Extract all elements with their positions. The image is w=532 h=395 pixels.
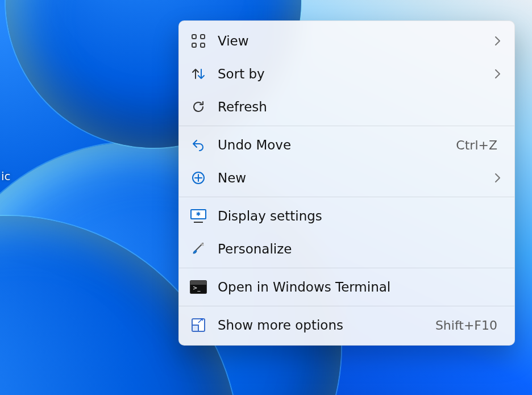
expand-icon: ↗ <box>189 318 207 332</box>
menu-item-undo-move[interactable]: Undo Move Ctrl+Z <box>179 128 514 161</box>
menu-item-label: Refresh <box>218 99 503 114</box>
sort-updown-icon <box>189 66 207 81</box>
menu-item-label: Personalize <box>218 242 503 256</box>
menu-item-accelerator: Shift+F10 <box>435 318 497 332</box>
desktop-context-menu: View Sort by Refresh <box>178 20 515 346</box>
chevron-right-icon <box>493 173 503 183</box>
menu-item-view[interactable]: View <box>179 24 514 57</box>
menu-item-label: Show more options <box>218 318 435 332</box>
chevron-right-icon <box>493 36 503 46</box>
terminal-icon: >_ <box>189 280 207 294</box>
menu-item-label: New <box>218 171 493 185</box>
plus-circle-icon <box>189 171 207 185</box>
menu-separator <box>179 197 514 197</box>
menu-item-label: Display settings <box>218 209 503 223</box>
undo-icon <box>189 138 207 152</box>
menu-item-display-settings[interactable]: ✱ Display settings <box>179 199 514 232</box>
view-grid-icon <box>189 34 207 48</box>
menu-item-accelerator: Ctrl+Z <box>456 138 497 152</box>
menu-item-new[interactable]: New <box>179 161 514 194</box>
display-settings-icon: ✱ <box>189 209 207 223</box>
menu-separator <box>179 306 514 306</box>
refresh-icon <box>189 99 207 114</box>
menu-item-personalize[interactable]: Personalize <box>179 232 514 265</box>
menu-item-open-terminal[interactable]: >_ Open in Windows Terminal <box>179 271 514 303</box>
chevron-right-icon <box>493 69 503 79</box>
menu-item-refresh[interactable]: Refresh <box>179 90 514 123</box>
menu-separator <box>179 268 514 268</box>
menu-item-sort-by[interactable]: Sort by <box>179 57 514 90</box>
menu-item-show-more-options[interactable]: ↗ Show more options Shift+F10 <box>179 309 514 342</box>
menu-item-label: Sort by <box>218 66 493 81</box>
menu-item-label: Open in Windows Terminal <box>218 280 503 294</box>
menu-separator <box>179 126 514 126</box>
desktop-icon-label-fragment: ic <box>0 169 11 183</box>
menu-item-label: View <box>218 34 493 48</box>
paintbrush-icon <box>189 241 207 257</box>
menu-item-label: Undo Move <box>218 138 456 152</box>
